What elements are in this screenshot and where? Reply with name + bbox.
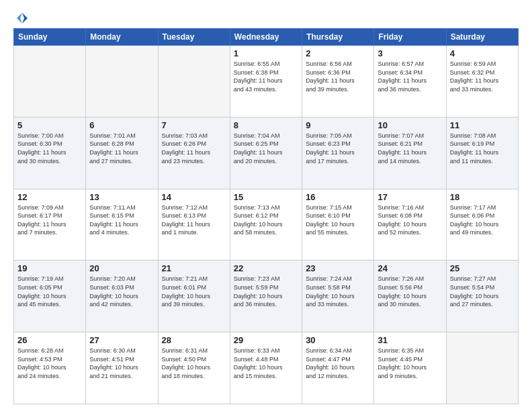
day-info: Sunrise: 7:19 AM Sunset: 6:05 PM Dayligh… [17, 275, 82, 308]
calendar-cell [14, 46, 86, 118]
day-info: Sunrise: 7:03 AM Sunset: 6:26 PM Dayligh… [162, 132, 226, 165]
day-info: Sunrise: 6:31 AM Sunset: 4:50 PM Dayligh… [162, 347, 226, 380]
header [13, 11, 519, 23]
weekday-header-tuesday: Tuesday [158, 29, 230, 46]
calendar-body: 1Sunrise: 6:55 AM Sunset: 6:38 PM Daylig… [14, 46, 519, 404]
day-number: 15 [234, 192, 298, 202]
calendar-cell [158, 46, 230, 118]
day-number: 7 [162, 120, 226, 130]
day-number: 12 [17, 192, 82, 202]
calendar-cell: 3Sunrise: 6:57 AM Sunset: 6:34 PM Daylig… [374, 46, 446, 118]
calendar-cell: 25Sunrise: 7:27 AM Sunset: 5:54 PM Dayli… [446, 261, 518, 332]
calendar-cell: 1Sunrise: 6:55 AM Sunset: 6:38 PM Daylig… [230, 46, 302, 118]
day-number: 31 [378, 335, 442, 345]
day-info: Sunrise: 7:00 AM Sunset: 6:30 PM Dayligh… [17, 132, 82, 165]
logo-icon [15, 11, 30, 26]
day-info: Sunrise: 7:13 AM Sunset: 6:12 PM Dayligh… [234, 203, 298, 237]
day-number: 8 [234, 120, 298, 130]
calendar-cell: 27Sunrise: 6:30 AM Sunset: 4:51 PM Dayli… [86, 332, 158, 404]
day-info: Sunrise: 7:15 AM Sunset: 6:10 PM Dayligh… [306, 203, 370, 237]
day-number: 13 [89, 192, 154, 202]
weekday-header-friday: Friday [374, 29, 446, 46]
calendar-cell: 31Sunrise: 6:35 AM Sunset: 4:45 PM Dayli… [374, 332, 446, 404]
weekday-header-sunday: Sunday [14, 29, 86, 46]
day-number: 1 [234, 48, 298, 58]
day-info: Sunrise: 6:30 AM Sunset: 4:51 PM Dayligh… [89, 347, 154, 380]
day-number: 10 [378, 120, 442, 130]
day-number: 23 [306, 263, 370, 273]
day-info: Sunrise: 6:34 AM Sunset: 4:47 PM Dayligh… [306, 347, 370, 380]
calendar-cell: 20Sunrise: 7:20 AM Sunset: 6:03 PM Dayli… [86, 261, 158, 332]
day-number: 11 [450, 120, 515, 130]
calendar-cell: 16Sunrise: 7:15 AM Sunset: 6:10 PM Dayli… [302, 189, 374, 261]
day-number: 20 [89, 263, 154, 273]
weekday-header-row: SundayMondayTuesdayWednesdayThursdayFrid… [14, 29, 519, 46]
calendar-cell: 2Sunrise: 6:56 AM Sunset: 6:36 PM Daylig… [302, 46, 374, 118]
calendar-cell: 19Sunrise: 7:19 AM Sunset: 6:05 PM Dayli… [14, 261, 86, 332]
day-number: 25 [450, 263, 515, 273]
calendar-cell: 22Sunrise: 7:23 AM Sunset: 5:59 PM Dayli… [230, 261, 302, 332]
day-info: Sunrise: 7:04 AM Sunset: 6:25 PM Dayligh… [234, 132, 298, 165]
page: SundayMondayTuesdayWednesdayThursdayFrid… [0, 0, 532, 411]
day-info: Sunrise: 7:21 AM Sunset: 6:01 PM Dayligh… [162, 275, 226, 308]
day-info: Sunrise: 7:20 AM Sunset: 6:03 PM Dayligh… [89, 275, 154, 308]
day-number: 27 [89, 335, 154, 345]
weekday-header-saturday: Saturday [446, 29, 518, 46]
week-row-2: 5Sunrise: 7:00 AM Sunset: 6:30 PM Daylig… [14, 117, 519, 189]
logo [13, 11, 30, 23]
calendar-cell: 28Sunrise: 6:31 AM Sunset: 4:50 PM Dayli… [158, 332, 230, 404]
day-info: Sunrise: 7:23 AM Sunset: 5:59 PM Dayligh… [234, 275, 298, 308]
weekday-header-monday: Monday [86, 29, 158, 46]
calendar-cell [86, 46, 158, 118]
calendar-cell: 12Sunrise: 7:09 AM Sunset: 6:17 PM Dayli… [14, 189, 86, 261]
day-number: 30 [306, 335, 370, 345]
day-info: Sunrise: 7:16 AM Sunset: 6:08 PM Dayligh… [378, 203, 442, 237]
calendar-cell [446, 332, 518, 404]
day-number: 5 [17, 120, 82, 130]
calendar-cell: 14Sunrise: 7:12 AM Sunset: 6:13 PM Dayli… [158, 189, 230, 261]
day-number: 6 [89, 120, 154, 130]
day-info: Sunrise: 6:55 AM Sunset: 6:38 PM Dayligh… [234, 60, 298, 93]
day-number: 18 [450, 192, 515, 202]
day-number: 29 [234, 335, 298, 345]
calendar-cell: 10Sunrise: 7:07 AM Sunset: 6:21 PM Dayli… [374, 117, 446, 189]
calendar-cell: 24Sunrise: 7:26 AM Sunset: 5:56 PM Dayli… [374, 261, 446, 332]
calendar-cell: 18Sunrise: 7:17 AM Sunset: 6:06 PM Dayli… [446, 189, 518, 261]
calendar-cell: 6Sunrise: 7:01 AM Sunset: 6:28 PM Daylig… [86, 117, 158, 189]
day-info: Sunrise: 7:01 AM Sunset: 6:28 PM Dayligh… [89, 132, 154, 165]
day-number: 24 [378, 263, 442, 273]
day-number: 19 [17, 263, 82, 273]
weekday-header-wednesday: Wednesday [230, 29, 302, 46]
week-row-1: 1Sunrise: 6:55 AM Sunset: 6:38 PM Daylig… [14, 46, 519, 118]
calendar-cell: 7Sunrise: 7:03 AM Sunset: 6:26 PM Daylig… [158, 117, 230, 189]
day-number: 16 [306, 192, 370, 202]
calendar-cell: 29Sunrise: 6:33 AM Sunset: 4:48 PM Dayli… [230, 332, 302, 404]
calendar-cell: 23Sunrise: 7:24 AM Sunset: 5:58 PM Dayli… [302, 261, 374, 332]
day-number: 22 [234, 263, 298, 273]
calendar-cell: 8Sunrise: 7:04 AM Sunset: 6:25 PM Daylig… [230, 117, 302, 189]
day-number: 26 [17, 335, 82, 345]
day-number: 14 [162, 192, 226, 202]
day-info: Sunrise: 7:26 AM Sunset: 5:56 PM Dayligh… [378, 275, 442, 308]
day-info: Sunrise: 6:59 AM Sunset: 6:32 PM Dayligh… [450, 60, 515, 93]
day-info: Sunrise: 7:08 AM Sunset: 6:19 PM Dayligh… [450, 132, 515, 165]
week-row-3: 12Sunrise: 7:09 AM Sunset: 6:17 PM Dayli… [14, 189, 519, 261]
day-number: 3 [378, 48, 442, 58]
day-number: 9 [306, 120, 370, 130]
day-info: Sunrise: 7:17 AM Sunset: 6:06 PM Dayligh… [450, 203, 515, 237]
day-number: 21 [162, 263, 226, 273]
day-number: 17 [378, 192, 442, 202]
day-info: Sunrise: 7:27 AM Sunset: 5:54 PM Dayligh… [450, 275, 515, 308]
day-info: Sunrise: 7:07 AM Sunset: 6:21 PM Dayligh… [378, 132, 442, 165]
calendar-cell: 21Sunrise: 7:21 AM Sunset: 6:01 PM Dayli… [158, 261, 230, 332]
calendar-cell: 4Sunrise: 6:59 AM Sunset: 6:32 PM Daylig… [446, 46, 518, 118]
day-info: Sunrise: 6:28 AM Sunset: 4:53 PM Dayligh… [17, 347, 82, 380]
week-row-4: 19Sunrise: 7:19 AM Sunset: 6:05 PM Dayli… [14, 261, 519, 332]
day-info: Sunrise: 7:09 AM Sunset: 6:17 PM Dayligh… [17, 203, 82, 237]
calendar-cell: 15Sunrise: 7:13 AM Sunset: 6:12 PM Dayli… [230, 189, 302, 261]
day-info: Sunrise: 7:05 AM Sunset: 6:23 PM Dayligh… [306, 132, 370, 165]
day-info: Sunrise: 7:12 AM Sunset: 6:13 PM Dayligh… [162, 203, 226, 237]
day-info: Sunrise: 6:35 AM Sunset: 4:45 PM Dayligh… [378, 347, 442, 380]
calendar-cell: 26Sunrise: 6:28 AM Sunset: 4:53 PM Dayli… [14, 332, 86, 404]
weekday-header-thursday: Thursday [302, 29, 374, 46]
